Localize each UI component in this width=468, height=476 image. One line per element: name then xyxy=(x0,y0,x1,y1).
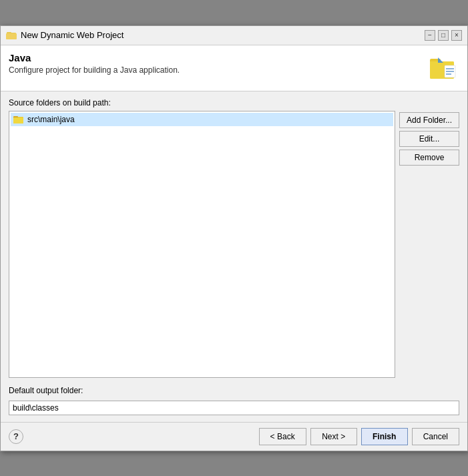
help-button[interactable]: ? xyxy=(9,429,23,444)
back-button[interactable]: < Back xyxy=(259,428,306,445)
finish-button[interactable]: Finish xyxy=(361,428,408,445)
window-icon xyxy=(6,30,17,41)
edit-button[interactable]: Edit... xyxy=(399,131,459,147)
header-title: Java xyxy=(9,52,427,63)
remove-button[interactable]: Remove xyxy=(399,150,459,166)
footer: ? < Back Next > Finish Cancel xyxy=(1,422,467,451)
side-buttons-panel: Add Folder... Edit... Remove xyxy=(399,111,459,378)
footer-right: < Back Next > Finish Cancel xyxy=(259,428,459,445)
svg-marker-10 xyxy=(438,57,443,63)
close-button[interactable]: × xyxy=(451,30,462,41)
add-folder-button[interactable]: Add Folder... xyxy=(399,112,459,128)
minimize-button[interactable]: − xyxy=(425,30,435,41)
title-bar: New Dynamic Web Project − □ × xyxy=(1,26,467,45)
header-subtitle: Configure project for building a Java ap… xyxy=(9,65,427,75)
source-folders-label: Source folders on build path: xyxy=(9,98,459,107)
header-section: Java Configure project for building a Ja… xyxy=(1,45,467,91)
output-folder-section: Default output folder: xyxy=(9,386,459,415)
source-folders-list[interactable]: src\main\java xyxy=(9,111,395,378)
maximize-button[interactable]: □ xyxy=(438,30,449,41)
output-folder-input[interactable] xyxy=(9,401,459,415)
dialog-window: New Dynamic Web Project − □ × Java Confi… xyxy=(0,25,468,451)
header-text: Java Configure project for building a Ja… xyxy=(9,52,427,75)
svg-rect-13 xyxy=(13,117,23,124)
cancel-button[interactable]: Cancel xyxy=(412,428,459,445)
folder-icon xyxy=(13,114,24,125)
source-folders-area: src\main\java Add Folder... Edit... Remo… xyxy=(9,111,459,378)
footer-left: ? xyxy=(9,429,23,444)
content-area: Source folders on build path: src\main\j… xyxy=(1,91,467,422)
window-title: New Dynamic Web Project xyxy=(21,30,421,40)
list-item-text: src\main\java xyxy=(27,115,75,124)
svg-rect-2 xyxy=(6,33,17,39)
java-icon xyxy=(427,52,459,84)
next-button[interactable]: Next > xyxy=(310,428,357,445)
window-controls: − □ × xyxy=(425,30,462,41)
list-item[interactable]: src\main\java xyxy=(11,113,393,126)
output-folder-label: Default output folder: xyxy=(9,386,459,395)
